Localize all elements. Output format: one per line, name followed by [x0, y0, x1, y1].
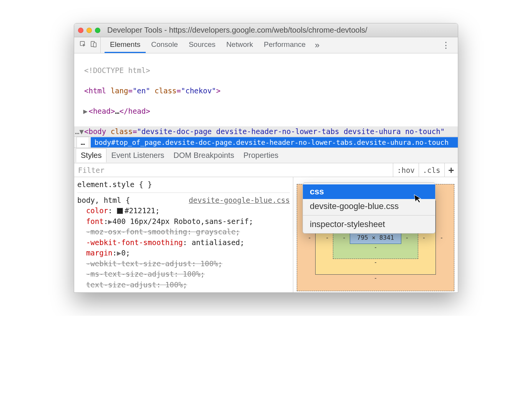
border-right-value[interactable]: - [422, 234, 426, 241]
css-prop[interactable]: font [86, 217, 104, 226]
minimize-window-button[interactable] [86, 28, 92, 33]
css-prop[interactable]: -webkit-font-smoothing [86, 238, 183, 247]
devtools-window: Developer Tools - https://developers.goo… [74, 23, 458, 293]
new-style-rule-button[interactable]: + [444, 163, 458, 177]
cls-toggle-button[interactable]: .cls [419, 163, 444, 177]
tab-sources[interactable]: Sources [183, 37, 221, 53]
css-value[interactable]: antialiased; [191, 238, 244, 247]
breadcrumb-selected[interactable]: body#top_of_page.devsite-doc-page.devsit… [91, 137, 458, 148]
dom-doctype[interactable]: <!DOCTYPE html> [84, 66, 150, 75]
margin-right-value[interactable]: - [440, 234, 443, 241]
toolbar-left [76, 37, 101, 53]
breadcrumb-overflow[interactable]: … [76, 137, 89, 148]
device-toolbar-icon[interactable] [90, 41, 97, 50]
settings-kebab-icon[interactable]: ⋮ [437, 40, 456, 50]
titlebar: Developer Tools - https://developers.goo… [74, 23, 458, 37]
margin-bottom-value[interactable]: - [308, 275, 444, 282]
styles-pane[interactable]: element.style { } devsite-google-blue.cs… [74, 177, 293, 292]
subtab-event-listeners[interactable]: Event Listeners [106, 149, 169, 162]
styles-toolbar: Filter :hov .cls + [74, 163, 458, 177]
rule-close: } [148, 180, 152, 189]
css-value[interactable]: 0; [121, 249, 130, 257]
devtools-tabs: Elements Console Sources Network Perform… [105, 37, 323, 53]
rule-selector: element.style { [77, 180, 143, 189]
styles-subtabs: Styles Event Listeners DOM Breakpoints P… [74, 148, 458, 163]
css-value[interactable]: 400 16px/24px Roboto,sans-serif; [113, 217, 253, 226]
rule-selector[interactable]: body, html { [77, 196, 130, 204]
subtab-properties[interactable]: Properties [239, 149, 283, 162]
margin-left-value[interactable]: - [308, 234, 311, 241]
expand-shorthand-icon[interactable]: ▶ [117, 249, 121, 257]
subtab-styles[interactable]: Styles [76, 148, 106, 163]
padding-right-value[interactable]: - [405, 234, 409, 241]
popup-item-inspector-sheet[interactable]: inspector-stylesheet [303, 217, 435, 232]
subtab-dom-breakpoints[interactable]: DOM Breakpoints [169, 149, 239, 162]
hov-toggle-button[interactable]: :hov [393, 163, 419, 177]
more-tabs-button[interactable]: » [311, 37, 323, 53]
window-title: Developer Tools - https://developers.goo… [107, 26, 367, 35]
stylesheet-picker-popup: css devsite-google-blue.css inspector-st… [303, 182, 436, 234]
collapse-triangle-icon[interactable]: …▼ [75, 126, 84, 136]
style-rule[interactable]: devsite-google-blue.css body, html { col… [77, 195, 290, 290]
tab-elements[interactable]: Elements [105, 37, 146, 53]
padding-bottom-value[interactable]: - [342, 244, 409, 251]
padding-left-value[interactable]: - [342, 234, 346, 241]
dom-breadcrumb: … body#top_of_page.devsite-doc-page.devs… [74, 136, 458, 148]
zoom-window-button[interactable] [95, 28, 100, 33]
css-overridden[interactable]: -webkit-text-size-adjust: 100%; [86, 259, 223, 268]
svg-rect-2 [93, 43, 96, 47]
css-value[interactable]: #212121; [125, 206, 160, 215]
css-overridden[interactable]: -moz-osx-font-smoothing: grayscale; [86, 227, 240, 236]
border-left-value[interactable]: - [326, 234, 329, 241]
css-overridden[interactable]: text-size-adjust: 100%; [86, 280, 187, 289]
dom-selected-node[interactable]: …▼<body class="devsite-doc-page devsite-… [74, 126, 458, 136]
popup-separator [303, 215, 435, 216]
devtools-tabstrip: Elements Console Sources Network Perform… [74, 37, 458, 53]
dom-tree[interactable]: <!DOCTYPE html> <html lang="en" class="c… [74, 53, 458, 136]
css-overridden[interactable]: -ms-text-size-adjust: 100%; [86, 270, 205, 278]
element-style-section[interactable]: element.style { } [77, 179, 290, 193]
css-prop[interactable]: margin [86, 249, 113, 257]
expand-triangle-icon[interactable]: ▶ [83, 106, 88, 116]
styles-filter-input[interactable]: Filter [74, 166, 393, 174]
border-bottom-value[interactable]: - [326, 259, 426, 266]
expand-shorthand-icon[interactable]: ▶ [108, 217, 112, 226]
window-controls [78, 28, 100, 33]
rule-source-link[interactable]: devsite-google-blue.css [189, 195, 290, 206]
tab-performance[interactable]: Performance [258, 37, 311, 53]
tab-network[interactable]: Network [221, 37, 259, 53]
color-swatch-icon[interactable] [117, 208, 123, 214]
inspect-element-icon[interactable] [80, 41, 86, 50]
close-window-button[interactable] [78, 28, 83, 33]
css-prop[interactable]: color [86, 206, 108, 215]
tab-console[interactable]: Console [146, 37, 183, 53]
